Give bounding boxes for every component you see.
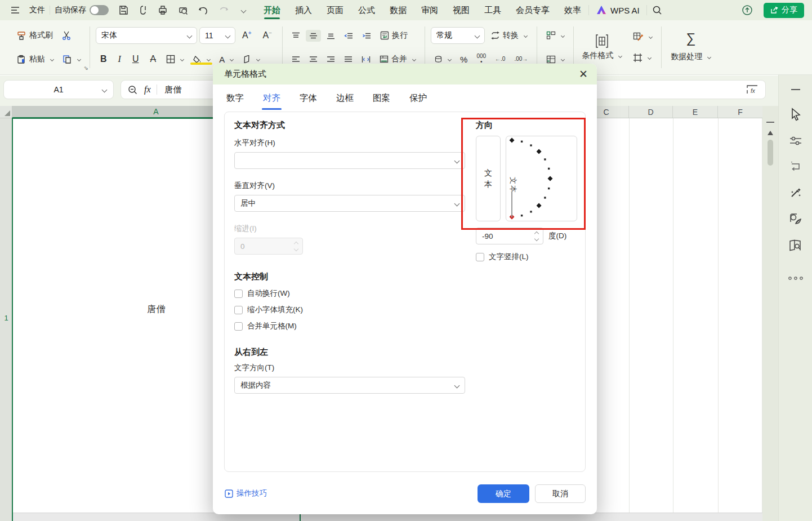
cell-style-button[interactable] — [630, 51, 655, 65]
cursor-select-icon[interactable] — [789, 108, 802, 121]
align-bottom-button[interactable] — [323, 30, 338, 42]
tab-home[interactable]: 开始 — [256, 0, 288, 20]
hide-sidebar-icon[interactable] — [791, 88, 801, 91]
name-box-dropdown-icon[interactable] — [102, 87, 108, 92]
clipboard-dialog-launcher[interactable]: ⇘ — [84, 65, 88, 71]
select-all-corner[interactable] — [0, 106, 12, 118]
align-middle-button[interactable] — [306, 30, 321, 42]
print-button[interactable] — [153, 0, 173, 20]
data-processing-button[interactable]: 数据处理 — [667, 50, 714, 64]
magic-wand-icon[interactable] — [789, 186, 802, 199]
increase-decimal-button[interactable]: ←.0 — [492, 54, 508, 64]
conditional-format-button[interactable]: 条件格式 — [579, 51, 624, 61]
scrollbar-thumb[interactable] — [768, 140, 773, 166]
tips-link[interactable]: 操作技巧 — [225, 488, 267, 498]
autosave-toggle[interactable] — [90, 5, 109, 15]
autosave-control[interactable]: 自动保存 — [50, 0, 113, 20]
number-format-combo[interactable]: 常规 — [431, 27, 485, 44]
expand-formula-bar-icon[interactable]: fx — [746, 84, 759, 95]
shrink-font-button[interactable]: A− — [258, 28, 277, 42]
close-icon[interactable]: ✕ — [579, 69, 588, 79]
column-header-d[interactable]: D — [629, 106, 673, 118]
tab-insert[interactable]: 插入 — [288, 0, 319, 20]
main-menu-button[interactable] — [6, 0, 25, 20]
rotate-loop-icon[interactable] — [789, 161, 802, 173]
dialog-tab-border[interactable]: 边框 — [335, 89, 355, 108]
vertical-text-checkbox[interactable] — [476, 253, 484, 261]
degrees-spinner[interactable]: -90 — [476, 228, 543, 244]
column-header-f[interactable]: F — [718, 106, 763, 118]
insert-function-icon[interactable]: fx — [144, 84, 151, 95]
dialog-tab-protection[interactable]: 保护 — [408, 89, 428, 108]
orientation-dial[interactable]: 文本 — [506, 136, 577, 221]
fill-color-button[interactable] — [189, 54, 213, 65]
collapse-ribbon-icon[interactable] — [766, 122, 774, 123]
cut-button[interactable] — [59, 29, 75, 43]
dialog-tab-alignment[interactable]: 对齐 — [262, 89, 282, 108]
redo-button[interactable] — [213, 0, 234, 20]
wrap-text-button[interactable]: 换行 — [377, 28, 411, 43]
more-options-icon[interactable] — [788, 277, 803, 280]
dialog-tab-number[interactable]: 数字 — [225, 89, 245, 108]
document-search-icon[interactable] — [789, 239, 802, 252]
wrap-text-checkbox[interactable] — [234, 290, 243, 298]
tab-member[interactable]: 会员专享 — [508, 0, 557, 20]
grow-font-button[interactable]: A+ — [238, 28, 256, 42]
zoom-out-icon[interactable] — [128, 85, 137, 95]
format-painter-button[interactable]: 格式刷 — [14, 28, 56, 43]
merge-cells-checkbox[interactable] — [234, 322, 243, 331]
shrink-to-fit-checkbox[interactable] — [234, 306, 243, 314]
dialog-tab-pattern[interactable]: 图案 — [372, 89, 391, 108]
tab-tools[interactable]: 工具 — [477, 0, 508, 20]
decrease-decimal-button[interactable]: .00→ — [511, 54, 531, 64]
text-direction-select[interactable]: 根据内容 — [234, 377, 465, 394]
save-button[interactable] — [113, 0, 133, 20]
underline-button[interactable]: U — [128, 52, 144, 66]
undo-button[interactable] — [193, 0, 213, 20]
align-top-button[interactable] — [288, 30, 304, 42]
vertical-scrollbar[interactable] — [762, 106, 778, 521]
settings-sliders-icon[interactable] — [789, 136, 802, 146]
merge-cells-checkbox-row[interactable]: 合并单元格(M) — [234, 321, 465, 331]
font-name-combo[interactable]: 宋体 — [96, 27, 197, 44]
shrink-to-fit-checkbox-row[interactable]: 缩小字体填充(K) — [234, 305, 465, 315]
row-header-1[interactable]: 1 — [0, 314, 12, 322]
tab-efficiency[interactable]: 效率 — [557, 0, 588, 20]
vertical-text-checkbox-row[interactable]: 文字竖排(L) — [476, 252, 577, 262]
copy-button[interactable] — [59, 52, 84, 66]
tab-view[interactable]: 视图 — [445, 0, 477, 20]
increase-indent-button[interactable] — [359, 30, 374, 42]
print-preview-button[interactable] — [173, 0, 193, 20]
wps-ai-button[interactable]: WPS AI — [589, 5, 646, 15]
insert-cells-button[interactable] — [543, 29, 568, 42]
decrease-indent-button[interactable] — [341, 30, 356, 42]
column-header-e[interactable]: E — [673, 106, 718, 118]
scroll-up-arrow[interactable] — [768, 131, 773, 135]
strikethrough-button[interactable]: A — [145, 52, 160, 66]
ok-button[interactable]: 确定 — [478, 484, 529, 503]
resource-leaf-icon[interactable] — [789, 213, 802, 225]
font-size-combo[interactable]: 11 — [199, 27, 235, 44]
convert-button[interactable]: 转换 — [487, 28, 530, 43]
upload-cloud-icon[interactable] — [737, 0, 758, 20]
file-menu[interactable]: 文件 — [25, 0, 50, 20]
italic-button[interactable]: I — [114, 52, 126, 66]
cancel-button[interactable]: 取消 — [535, 484, 586, 503]
tab-page[interactable]: 页面 — [319, 0, 351, 20]
tab-review[interactable]: 审阅 — [414, 0, 445, 20]
vertical-text-option[interactable]: 文本 — [476, 136, 501, 221]
wrap-text-checkbox-row[interactable]: 自动换行(W) — [234, 288, 465, 299]
vertical-align-select[interactable]: 居中 — [234, 195, 465, 212]
tab-data[interactable]: 数据 — [382, 0, 414, 20]
horizontal-align-select[interactable] — [234, 152, 465, 169]
search-icon[interactable] — [647, 0, 667, 20]
dialog-tab-font[interactable]: 字体 — [298, 89, 318, 108]
undo-history-dropdown[interactable] — [234, 0, 251, 20]
borders-button[interactable] — [163, 52, 187, 66]
export-pdf-button[interactable] — [133, 0, 153, 20]
tab-formula[interactable]: 公式 — [351, 0, 382, 20]
table-style-button[interactable] — [630, 30, 655, 44]
paste-button[interactable]: 粘贴 — [14, 52, 57, 66]
name-box[interactable]: A1 — [3, 80, 114, 99]
bold-button[interactable]: B — [96, 52, 111, 66]
